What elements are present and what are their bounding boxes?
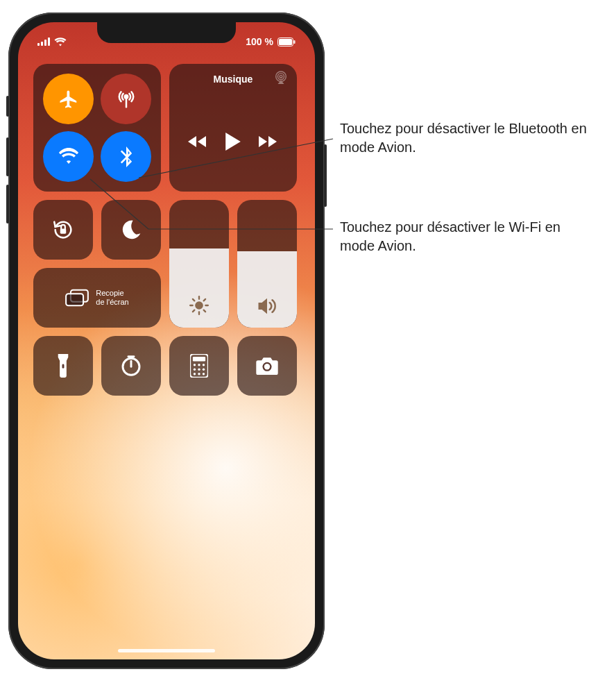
screen: 100 % — [18, 22, 315, 659]
svg-point-37 — [198, 373, 200, 375]
battery-icon — [277, 37, 296, 47]
svg-rect-0 — [37, 43, 40, 46]
rotation-lock-icon — [51, 218, 75, 242]
svg-line-21 — [204, 299, 205, 301]
svg-point-10 — [277, 74, 284, 80]
notch — [97, 22, 236, 43]
mute-switch — [6, 96, 9, 117]
svg-point-32 — [203, 364, 205, 366]
svg-point-31 — [198, 364, 200, 366]
brightness-icon — [189, 296, 209, 315]
phone-frame: 100 % — [8, 12, 325, 669]
side-button — [324, 144, 327, 207]
antenna-icon — [116, 89, 137, 110]
svg-point-35 — [203, 369, 205, 371]
flashlight-icon — [56, 354, 70, 378]
volume-up-button — [6, 137, 9, 176]
camera-button[interactable] — [237, 336, 297, 396]
bluetooth-toggle[interactable] — [101, 131, 151, 182]
svg-rect-2 — [44, 40, 46, 46]
svg-point-40 — [264, 364, 270, 369]
prev-track-button[interactable] — [188, 135, 207, 149]
svg-rect-3 — [48, 37, 50, 46]
svg-point-34 — [198, 369, 200, 371]
next-track-button[interactable] — [259, 135, 278, 149]
play-button[interactable] — [225, 133, 241, 151]
svg-point-36 — [194, 373, 196, 375]
wifi-status-icon — [54, 37, 67, 47]
svg-point-11 — [280, 75, 282, 78]
screen-mirror-icon — [65, 289, 89, 307]
wifi-toggle[interactable] — [43, 131, 94, 182]
control-center: Musique — [33, 64, 301, 396]
callout-wifi: Touchez pour désactiver le Wi‑Fi en mode… — [340, 218, 590, 255]
volume-icon — [257, 297, 277, 315]
media-title: Musique — [214, 74, 253, 85]
svg-point-30 — [194, 364, 196, 366]
callout-bluetooth: Touchez pour désactiver le Bluetooth en … — [340, 119, 604, 157]
svg-rect-24 — [62, 364, 65, 369]
airplane-icon — [58, 89, 79, 110]
cellular-signal-icon — [37, 37, 50, 46]
rotation-lock-toggle[interactable] — [33, 200, 93, 260]
svg-line-16 — [193, 299, 194, 301]
home-indicator[interactable] — [118, 649, 215, 652]
volume-down-button — [6, 185, 9, 224]
cellular-data-toggle[interactable] — [101, 74, 151, 124]
svg-point-33 — [194, 369, 196, 371]
connectivity-group — [33, 64, 161, 192]
svg-rect-6 — [294, 40, 296, 44]
svg-line-17 — [204, 310, 205, 312]
brightness-slider[interactable] — [169, 200, 229, 328]
svg-rect-1 — [41, 42, 43, 46]
airplay-icon[interactable] — [273, 71, 289, 85]
do-not-disturb-toggle[interactable] — [101, 200, 161, 260]
media-controls[interactable]: Musique — [169, 64, 297, 192]
calculator-button[interactable] — [169, 336, 229, 396]
flashlight-button[interactable] — [33, 336, 93, 396]
screen-mirroring-button[interactable]: Recopie de l'écran — [33, 268, 161, 328]
battery-percentage: 100 % — [246, 36, 273, 47]
camera-icon — [255, 356, 279, 376]
svg-point-13 — [196, 302, 202, 308]
timer-icon — [120, 355, 142, 377]
svg-rect-23 — [66, 294, 83, 305]
calculator-icon — [190, 354, 208, 378]
screen-mirror-label: Recopie de l'écran — [96, 289, 128, 306]
timer-button[interactable] — [101, 336, 161, 396]
airplane-mode-toggle[interactable] — [43, 74, 94, 124]
wifi-icon — [58, 146, 79, 167]
bluetooth-icon — [117, 146, 135, 167]
svg-point-38 — [203, 373, 205, 375]
do-not-disturb-icon — [120, 219, 142, 241]
volume-slider[interactable] — [237, 200, 297, 328]
svg-line-20 — [193, 310, 194, 312]
svg-rect-29 — [193, 357, 205, 362]
svg-rect-5 — [279, 39, 292, 45]
